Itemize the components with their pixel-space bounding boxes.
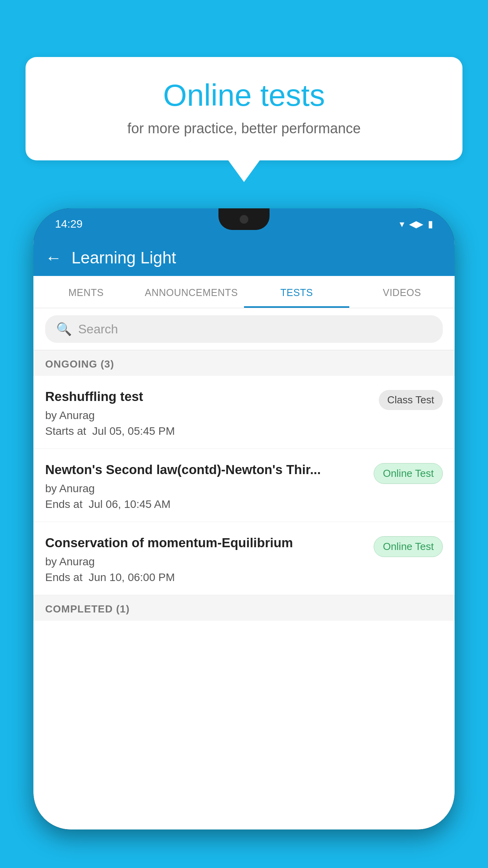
tab-tests[interactable]: TESTS bbox=[244, 276, 349, 308]
tab-announcements[interactable]: ANNOUNCEMENTS bbox=[139, 276, 244, 308]
status-bar: 14:29 ▾ ◀▶ ▮ bbox=[33, 208, 455, 240]
test-badge-1: Class Test bbox=[379, 390, 443, 410]
speech-bubble: Online tests for more practice, better p… bbox=[26, 57, 462, 160]
tab-videos[interactable]: VIDEOS bbox=[349, 276, 455, 308]
test-item-1[interactable]: Reshuffling test by Anurag Starts at Jul… bbox=[33, 376, 455, 449]
phone-screen: ← Learning Light MENTS ANNOUNCEMENTS TES… bbox=[33, 240, 455, 829]
completed-label: COMPLETED (1) bbox=[45, 603, 130, 615]
bubble-arrow bbox=[228, 160, 260, 182]
phone-frame: 14:29 ▾ ◀▶ ▮ ← Learning Light MENTS ANNO… bbox=[33, 208, 455, 829]
test-list: Reshuffling test by Anurag Starts at Jul… bbox=[33, 376, 455, 829]
test-name-2: Newton's Second law(contd)-Newton's Thir… bbox=[45, 462, 366, 478]
test-author-3: by Anurag bbox=[45, 555, 366, 568]
phone-notch bbox=[218, 208, 270, 230]
status-time: 14:29 bbox=[55, 218, 83, 230]
battery-icon: ▮ bbox=[428, 219, 433, 230]
wifi-icon: ▾ bbox=[400, 219, 404, 230]
ongoing-section-header: ONGOING (3) bbox=[33, 350, 455, 376]
test-time-1: Starts at Jul 05, 05:45 PM bbox=[45, 425, 371, 438]
bubble-title: Online tests bbox=[49, 79, 439, 112]
test-badge-2: Online Test bbox=[374, 463, 443, 484]
signal-icon: ◀▶ bbox=[409, 219, 423, 230]
test-time-3: Ends at Jun 10, 06:00 PM bbox=[45, 571, 366, 584]
speech-bubble-wrapper: Online tests for more practice, better p… bbox=[26, 57, 462, 182]
camera-dot bbox=[240, 215, 248, 224]
test-name-1: Reshuffling test bbox=[45, 388, 371, 405]
app-title: Learning Light bbox=[72, 248, 176, 267]
test-info-1: Reshuffling test by Anurag Starts at Jul… bbox=[45, 388, 379, 438]
test-info-2: Newton's Second law(contd)-Newton's Thir… bbox=[45, 462, 374, 511]
test-item-3[interactable]: Conservation of momentum-Equilibrium by … bbox=[33, 522, 455, 595]
ongoing-label: ONGOING (3) bbox=[45, 358, 114, 370]
tabs-bar: MENTS ANNOUNCEMENTS TESTS VIDEOS bbox=[33, 276, 455, 308]
status-icons: ▾ ◀▶ ▮ bbox=[400, 219, 433, 230]
test-author-2: by Anurag bbox=[45, 482, 366, 495]
search-icon: 🔍 bbox=[56, 322, 72, 337]
test-info-3: Conservation of momentum-Equilibrium by … bbox=[45, 535, 374, 584]
search-placeholder: Search bbox=[78, 322, 118, 337]
app-header: ← Learning Light bbox=[33, 240, 455, 276]
search-box[interactable]: 🔍 Search bbox=[45, 315, 443, 343]
test-author-1: by Anurag bbox=[45, 409, 371, 422]
test-time-2: Ends at Jul 06, 10:45 AM bbox=[45, 498, 366, 511]
search-container: 🔍 Search bbox=[33, 308, 455, 350]
test-name-3: Conservation of momentum-Equilibrium bbox=[45, 535, 366, 552]
phone-wrapper: 14:29 ▾ ◀▶ ▮ ← Learning Light MENTS ANNO… bbox=[33, 208, 455, 868]
back-button[interactable]: ← bbox=[45, 248, 62, 267]
test-badge-3: Online Test bbox=[374, 536, 443, 557]
test-item-2[interactable]: Newton's Second law(contd)-Newton's Thir… bbox=[33, 449, 455, 522]
completed-section-header: COMPLETED (1) bbox=[33, 595, 455, 621]
bubble-subtitle: for more practice, better performance bbox=[49, 120, 439, 137]
tab-ments[interactable]: MENTS bbox=[33, 276, 139, 308]
